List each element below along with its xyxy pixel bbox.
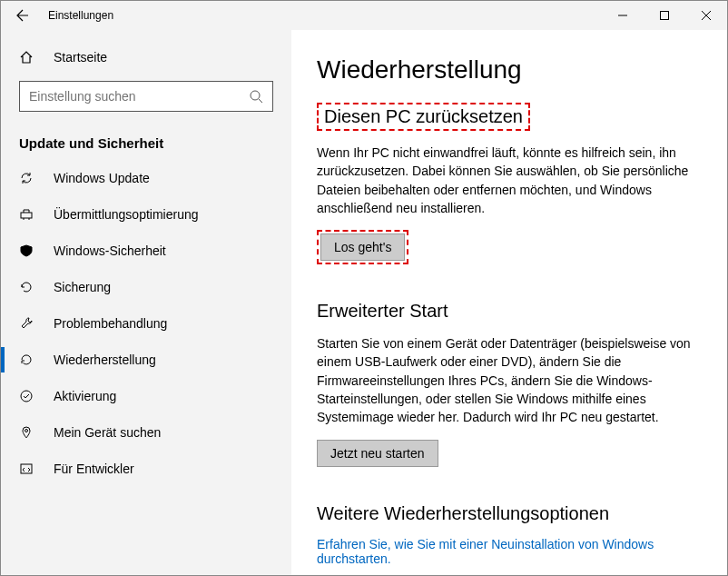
titlebar: Einstellungen (1, 1, 727, 30)
window-body: Startseite Update und Sicherheit Windows… (1, 30, 727, 575)
sidebar-item-label: Sicherung (54, 280, 111, 294)
svg-point-8 (25, 430, 28, 432)
sidebar-item-label: Übermittlungsoptimierung (54, 207, 199, 222)
sidebar-item-windows-security[interactable]: Windows-Sicherheit (1, 233, 291, 269)
sidebar-item-recovery[interactable]: Wiederherstellung (1, 342, 291, 378)
sidebar-item-delivery-optimization[interactable]: Übermittlungsoptimierung (1, 196, 291, 233)
backup-icon (19, 280, 37, 294)
content-pane: Wiederherstellung Diesen PC zurücksetzen… (291, 30, 727, 575)
location-icon (19, 425, 37, 440)
home-icon (19, 50, 37, 65)
sidebar-item-label: Aktivierung (54, 389, 116, 403)
section-heading-reset: Diesen PC zurücksetzen (324, 106, 523, 127)
sidebar-item-troubleshoot[interactable]: Problembehandlung (1, 305, 291, 342)
developer-icon (19, 462, 37, 476)
sidebar-section-heading: Update und Sicherheit (1, 119, 291, 160)
minimize-icon (618, 11, 627, 20)
sidebar-item-find-my-device[interactable]: Mein Gerät suchen (1, 414, 291, 451)
svg-rect-9 (21, 464, 32, 473)
recovery-icon (19, 353, 37, 367)
maximize-icon (660, 11, 669, 20)
section-text-reset: Wenn Ihr PC nicht einwandfrei läuft, kön… (317, 144, 702, 217)
section-heading-more: Weitere Wiederherstellungsoptionen (317, 503, 702, 524)
sidebar-item-label: Windows-Sicherheit (54, 243, 166, 258)
wrench-icon (19, 316, 37, 331)
sidebar-home[interactable]: Startseite (1, 41, 291, 74)
reset-pc-button[interactable]: Los geht's (320, 233, 405, 261)
sidebar-item-label: Windows Update (54, 171, 150, 185)
close-icon (702, 11, 711, 20)
sidebar-item-label: Problembehandlung (54, 316, 167, 331)
svg-point-4 (251, 91, 260, 100)
arrow-left-icon (15, 8, 30, 23)
sidebar-item-label: Wiederherstellung (54, 353, 156, 367)
delivery-icon (19, 207, 37, 222)
sidebar-item-backup[interactable]: Sicherung (1, 269, 291, 305)
check-circle-icon (19, 389, 37, 403)
shield-icon (19, 243, 37, 258)
svg-point-7 (21, 391, 32, 402)
settings-window: Einstellungen Startseite Update und Sich… (0, 0, 728, 576)
page-title: Wiederherstellung (317, 55, 702, 84)
sidebar-home-label: Startseite (54, 50, 107, 65)
sync-icon (19, 171, 37, 185)
search-input[interactable] (29, 89, 249, 104)
search-box[interactable] (19, 81, 273, 112)
close-button[interactable] (685, 1, 727, 30)
maximize-button[interactable] (644, 1, 685, 30)
window-controls (602, 1, 727, 30)
search-icon (249, 89, 263, 104)
window-title: Einstellungen (44, 9, 602, 22)
search-wrap (1, 74, 291, 119)
section-heading-advanced: Erweiterter Start (317, 301, 702, 322)
svg-rect-6 (21, 213, 32, 218)
svg-line-5 (259, 99, 262, 103)
annotation-highlight: Diesen PC zurücksetzen (317, 103, 530, 131)
annotation-highlight: Los geht's (317, 230, 408, 264)
section-text-advanced: Starten Sie von einem Gerät oder Datentr… (317, 334, 702, 426)
sidebar-item-windows-update[interactable]: Windows Update (1, 160, 291, 196)
minimize-button[interactable] (602, 1, 644, 30)
svg-rect-1 (661, 12, 669, 20)
sidebar-item-activation[interactable]: Aktivierung (1, 378, 291, 414)
fresh-start-link[interactable]: Erfahren Sie, wie Sie mit einer Neuinsta… (317, 537, 702, 566)
sidebar-item-label: Mein Gerät suchen (54, 425, 161, 440)
restart-now-button[interactable]: Jetzt neu starten (317, 440, 438, 467)
sidebar-item-label: Für Entwickler (54, 462, 134, 476)
sidebar: Startseite Update und Sicherheit Windows… (1, 30, 291, 575)
sidebar-item-for-developers[interactable]: Für Entwickler (1, 451, 291, 487)
back-button[interactable] (1, 1, 44, 30)
